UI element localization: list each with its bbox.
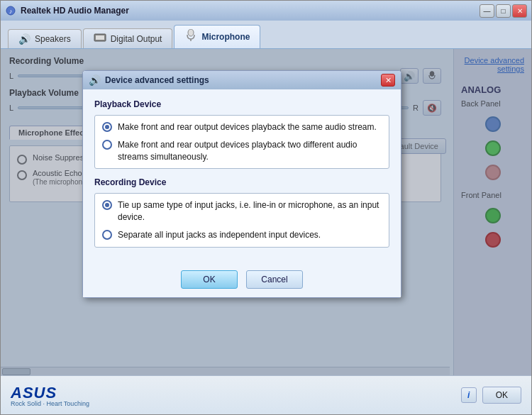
playback-radio-2[interactable] [102,140,112,150]
app-icon: ♪ [5,5,16,16]
tab-speakers-label: Speakers [35,34,71,44]
playback-radio-1[interactable] [102,122,112,132]
recording-option-1-text: Tie up same type of input jacks, i.e. li… [118,199,382,223]
recording-radio-1-dot [105,203,109,207]
close-button[interactable]: ✕ [512,4,527,18]
svg-point-4 [188,29,194,36]
playback-option-1-text: Make front and rear output devices playb… [118,121,377,133]
dialog-cancel-button[interactable]: Cancel [246,270,303,289]
tab-microphone[interactable]: Microphone [174,25,260,48]
window-title: Realtek HD Audio Manager [21,6,129,16]
playback-option-2: Make front and rear output devices playb… [102,139,382,163]
svg-text:♪: ♪ [9,8,13,15]
ok-button-bottom[interactable]: OK [482,387,521,404]
minimize-button[interactable]: — [480,4,494,18]
bottom-bar: ASUS Rock Solid · Heart Touching i OK [1,375,531,414]
asus-tagline: Rock Solid · Heart Touching [11,400,89,407]
recording-options-group: Tie up same type of input jacks, i.e. li… [94,193,389,247]
dialog-title-bar: 🔊 Device advanced settings ✕ [83,71,401,89]
title-bar: ♪ Realtek HD Audio Manager — □ ✕ [1,1,531,21]
recording-option-2: Separate all input jacks as independent … [102,229,382,241]
dialog-body: Playback Device Make front and rear outp… [83,89,401,265]
tab-digital-output[interactable]: Digital Output [83,28,173,48]
dialog-close-button[interactable]: ✕ [381,74,395,87]
main-window: ♪ Realtek HD Audio Manager — □ ✕ 🔊 Speak… [0,0,532,415]
recording-option-2-text: Separate all input jacks as independent … [118,229,321,241]
restore-button[interactable]: □ [496,4,511,18]
dialog-title-content: 🔊 Device advanced settings [89,74,209,86]
dialog-footer: OK Cancel [83,265,401,297]
panel: Device advanced settings ANALOG Back Pan… [1,48,531,375]
microphone-icon [184,29,197,44]
device-advanced-dialog: 🔊 Device advanced settings ✕ Playback De… [82,70,401,298]
recording-radio-2[interactable] [102,230,112,240]
playback-radio-1-dot [105,125,109,129]
recording-section-title: Recording Device [94,177,389,187]
speakers-icon: 🔊 [18,33,31,45]
playback-options-group: Make front and rear output devices playb… [94,115,389,169]
digital-output-icon [94,33,106,45]
main-content: 🔊 Speakers Digital Output [1,21,531,375]
bottom-right: i OK [461,387,521,404]
playback-option-1: Make front and rear output devices playb… [102,121,382,133]
info-button[interactable]: i [461,387,477,403]
svg-rect-3 [96,35,104,40]
tab-speakers[interactable]: 🔊 Speakers [8,29,82,48]
dialog-title-icon: 🔊 [89,74,101,86]
recording-radio-1[interactable] [102,200,112,210]
title-bar-left: ♪ Realtek HD Audio Manager [5,5,129,16]
recording-option-1: Tie up same type of input jacks, i.e. li… [102,199,382,223]
tab-digital-output-label: Digital Output [111,34,162,44]
playback-option-2-text: Make front and rear output devices playb… [118,139,382,163]
window-controls: — □ ✕ [480,4,527,18]
asus-logo: ASUS Rock Solid · Heart Touching [11,384,89,407]
playback-section-title: Playback Device [94,99,389,109]
dialog-title-text: Device advanced settings [105,75,209,85]
dialog-ok-button[interactable]: OK [181,270,238,289]
tab-bar: 🔊 Speakers Digital Output [1,21,531,48]
tab-microphone-label: Microphone [201,32,250,42]
